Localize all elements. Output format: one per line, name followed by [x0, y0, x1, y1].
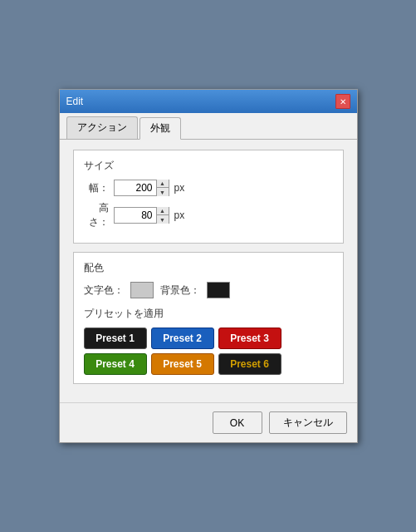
- dialog-footer: OK キャンセル: [60, 402, 357, 442]
- color-section-title: 配色: [84, 261, 333, 275]
- width-down-button[interactable]: ▼: [157, 188, 169, 196]
- tab-bar: アクション 外観: [60, 113, 357, 140]
- width-label: 幅：: [84, 181, 109, 195]
- preset-4-button[interactable]: Preset 4: [84, 353, 147, 375]
- height-row: 高さ： ▲ ▼ px: [84, 201, 333, 229]
- size-section-title: サイズ: [84, 159, 333, 173]
- height-down-button[interactable]: ▼: [157, 215, 169, 224]
- height-up-button[interactable]: ▲: [157, 207, 169, 215]
- preset-1-button[interactable]: Preset 1: [84, 328, 147, 349]
- size-section: サイズ 幅： ▲ ▼ px 高さ： ▲ ▼: [73, 150, 344, 244]
- presets-container: プリセットを適用 Preset 1Preset 2Preset 3Preset …: [84, 307, 333, 375]
- height-unit: px: [174, 209, 185, 221]
- height-label: 高さ：: [84, 201, 109, 229]
- text-color-swatch[interactable]: [130, 282, 154, 298]
- color-section: 配色 文字色： 背景色： プリセットを適用 Preset 1Preset 2Pr…: [73, 252, 344, 384]
- tab-content: サイズ 幅： ▲ ▼ px 高さ： ▲ ▼: [60, 140, 357, 402]
- preset-5-button[interactable]: Preset 5: [151, 353, 214, 375]
- preset-3-button[interactable]: Preset 3: [218, 328, 281, 349]
- window-title: Edit: [66, 96, 84, 107]
- width-spinner[interactable]: ▲ ▼: [114, 180, 169, 196]
- bg-color-label: 背景色：: [160, 283, 200, 298]
- preset-6-button[interactable]: Preset 6: [218, 353, 281, 375]
- presets-grid: Preset 1Preset 2Preset 3Preset 4Preset 5…: [84, 328, 333, 375]
- ok-button[interactable]: OK: [213, 411, 262, 434]
- preset-2-button[interactable]: Preset 2: [151, 328, 214, 349]
- tab-action[interactable]: アクション: [66, 116, 138, 139]
- height-spinner[interactable]: ▲ ▼: [114, 207, 169, 224]
- presets-label: プリセットを適用: [84, 307, 333, 321]
- width-up-button[interactable]: ▲: [157, 180, 169, 188]
- cancel-button[interactable]: キャンセル: [269, 411, 347, 434]
- width-input[interactable]: [115, 180, 156, 195]
- close-button[interactable]: ✕: [335, 94, 350, 109]
- edit-dialog: Edit ✕ アクション 外観 サイズ 幅： ▲ ▼ p: [59, 89, 358, 443]
- color-row: 文字色： 背景色：: [84, 282, 333, 298]
- width-unit: px: [174, 182, 185, 194]
- width-arrows: ▲ ▼: [156, 180, 169, 196]
- title-bar: Edit ✕: [60, 90, 357, 113]
- height-input[interactable]: [115, 208, 156, 223]
- width-row: 幅： ▲ ▼ px: [84, 180, 333, 196]
- text-color-label: 文字色：: [84, 283, 124, 298]
- height-arrows: ▲ ▼: [156, 207, 169, 224]
- bg-color-swatch[interactable]: [207, 282, 230, 298]
- tab-appearance[interactable]: 外観: [139, 117, 181, 140]
